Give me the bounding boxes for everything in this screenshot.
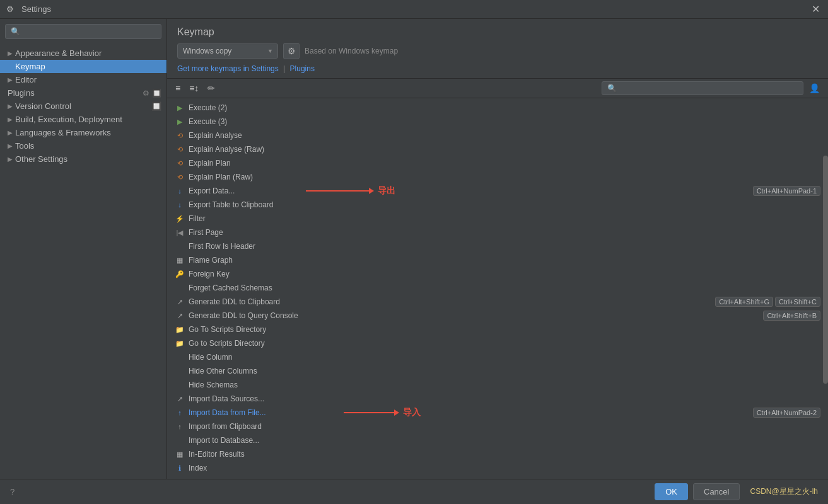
sidebar-item-label: Tools [15,141,34,151]
app-icon: ⚙ [6,4,16,14]
list-item-go-scripts2[interactable]: 📁 Go to Scripts Directory [167,336,828,350]
arrow-icon: ▶ [8,103,13,110]
list-item-gen-ddl-query[interactable]: ↗ Generate DDL to Query Console Ctrl+Alt… [167,309,828,323]
list-item-index[interactable]: ℹ Index [167,461,828,475]
footer: ? OK Cancel CSDN@星星之火-lh [0,479,828,504]
list-item-import-data-from[interactable]: ↑ Import Data from File... 导入 Ctrl+Alt+N… [167,406,828,420]
arrow-icon: ▶ [8,116,13,123]
item-label: Explain Plan [189,159,820,168]
list-item-go-scripts1[interactable]: 📁 Go To Scripts Directory [167,323,828,336]
help-button[interactable]: ? [10,487,15,496]
item-label: Generate DDL to Clipboard [189,297,715,306]
sidebar-item-label: Plugins [8,88,35,98]
shortcut-group: Ctrl+Alt+Shift+G Ctrl+Shift+C [715,297,820,307]
edit-button[interactable]: ✏ [204,81,218,95]
export-shortcut: Ctrl+Alt+NumPad-1 [753,186,820,196]
list-item-forget-cached[interactable]: Forget Cached Schemas [167,281,828,295]
arrow-icon: ▶ [8,129,13,136]
item-label: Forget Cached Schemas [189,284,820,292]
spacer-icon [175,435,185,445]
item-label: Import Data from File... [189,408,753,417]
list-item-export-data[interactable]: ↓ Export Data... 导出 Ctrl+Alt+NumPad-1 [167,184,828,198]
execute-icon: ▶ [175,103,185,113]
search-right: 👤 [602,81,823,95]
sidebar-item-tools[interactable]: ▶ Tools [0,139,166,152]
item-label: Go To Scripts Directory [189,325,820,334]
sidebar-item-editor[interactable]: ▶ Editor [0,73,166,86]
keymap-toolbar: ≡ ≡↕ ✏ 👤 [167,79,828,98]
item-label: Hide Schemas [189,381,820,389]
list-item-import-data-sources[interactable]: ↗ Import Data Sources... [167,392,828,406]
keymap-select[interactable]: Windows copy [177,43,278,59]
item-label: Execute (3) [189,117,820,126]
sort-alpha-button[interactable]: ≡ [172,81,184,95]
list-item-explain-analyse-raw[interactable]: ⟲ Explain Analyse (Raw) [167,142,828,156]
in-editor-icon: ▦ [175,449,185,459]
sort-order-button[interactable]: ≡↕ [186,81,202,95]
list-item-hide-other-columns[interactable]: Hide Other Columns [167,364,828,378]
panel-header: Keymap Windows copy ⚙ Based on Windows k… [167,19,828,79]
close-button[interactable]: ✕ [809,3,822,15]
sidebar-search-input[interactable] [5,24,161,39]
sidebar-item-label: Appearance & Behavior [15,49,102,58]
list-item-flame-graph[interactable]: ▦ Flame Graph [167,253,828,267]
list-item-import-from-clipboard[interactable]: ↑ Import from Clipboard [167,420,828,433]
item-label: Import Data Sources... [189,394,820,403]
get-more-keymaps-link[interactable]: Get more keymaps in Settings [177,64,279,73]
list-item[interactable]: ▶ Execute (2) [167,101,828,115]
plugins-badge-box: 🔲 [152,89,161,98]
list-item-indexes-per-column[interactable]: ℹ Indexes per Column [167,475,828,479]
list-item-foreign-key[interactable]: 🔑 Foreign Key [167,267,828,281]
list-item-export-table[interactable]: ↓ Export Table to Clipboard [167,198,828,212]
search-settings-button[interactable]: 👤 [806,81,823,95]
import-shortcut: Ctrl+Alt+NumPad-2 [753,408,820,418]
list-item-filter[interactable]: ⚡ Filter [167,212,828,226]
list-item-import-to-database[interactable]: Import to Database... [167,433,828,447]
links-separator: | [283,64,285,73]
based-on-text: Based on Windows keymap [305,47,398,55]
list-item-first-page[interactable]: |◀ First Page [167,226,828,239]
list-item-explain-plan-raw[interactable]: ⟲ Explain Plan (Raw) [167,170,828,184]
item-label: Generate DDL to Query Console [189,311,763,320]
explain-icon: ⟲ [175,130,185,140]
window-title: Settings [21,4,809,14]
sidebar-item-label: Editor [15,75,37,84]
scrollbar-thumb[interactable] [823,156,828,384]
keymap-search-input[interactable] [602,81,803,95]
sidebar-item-other[interactable]: ▶ Other Settings [0,152,166,166]
list-item-explain-plan[interactable]: ⟲ Explain Plan [167,156,828,170]
sidebar-item-build[interactable]: ▶ Build, Execution, Deployment [0,113,166,126]
execute-icon: ▶ [175,117,185,127]
list-item-hide-schemas[interactable]: Hide Schemas [167,378,828,392]
settings-window: ⚙ Settings ✕ ▶ Appearance & Behavior Key… [0,0,828,504]
list-item-explain-analyse[interactable]: ⟲ Explain Analyse [167,129,828,142]
indexes-icon: ℹ [175,477,185,479]
sidebar-item-plugins[interactable]: Plugins ⚙ 🔲 [0,86,166,100]
item-label: In-Editor Results [189,450,820,459]
import-icon: ↑ [175,408,185,418]
plugins-badge-gear: ⚙ [143,89,149,98]
arrow-icon: ▶ [8,142,13,149]
sidebar-item-appearance[interactable]: ▶ Appearance & Behavior [0,47,166,60]
ok-button[interactable]: OK [655,483,688,500]
item-label: Hide Other Columns [189,367,820,375]
list-item-in-editor-results[interactable]: ▦ In-Editor Results [167,447,828,461]
sidebar-item-keymap[interactable]: Keymap [0,60,166,73]
item-label: Hide Column [189,353,820,362]
item-label: Foreign Key [189,270,820,278]
keymap-gear-button[interactable]: ⚙ [283,43,300,59]
shortcut-group: Ctrl+Alt+Shift+B [763,311,820,321]
plugins-link[interactable]: Plugins [290,64,315,73]
sidebar-item-languages[interactable]: ▶ Languages & Frameworks [0,126,166,139]
list-item-hide-column[interactable]: Hide Column [167,350,828,364]
item-label: Export Table to Clipboard [189,200,820,209]
list-item[interactable]: ▶ Execute (3) [167,115,828,129]
explain-icon: ⟲ [175,144,185,154]
list-item-first-row-header[interactable]: First Row Is Header [167,239,828,253]
list-item-gen-ddl-clipboard[interactable]: ↗ Generate DDL to Clipboard Ctrl+Alt+Shi… [167,295,828,309]
sidebar-item-version-control[interactable]: ▶ Version Control 🔲 [0,100,166,113]
arrow-icon: ▶ [8,50,13,57]
spacer-icon [175,283,185,293]
cancel-button[interactable]: Cancel [693,483,740,500]
keymap-controls: Windows copy ⚙ Based on Windows keymap [177,43,818,59]
